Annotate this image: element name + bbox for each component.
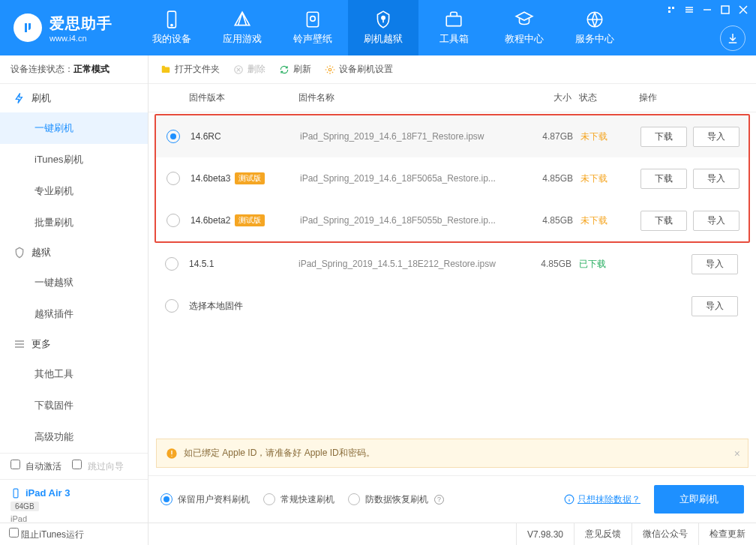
firmware-row[interactable]: 14.6beta2测试版 iPad_Spring_2019_14.6_18F50… xyxy=(156,199,748,241)
feedback-link[interactable]: 意见反馈 xyxy=(574,523,632,545)
app-subtitle: www.i4.cn xyxy=(50,34,112,43)
connection-status: 设备连接状态：正常模式 xyxy=(0,55,148,84)
device-icon xyxy=(10,488,21,499)
import-button[interactable]: 导入 xyxy=(693,127,740,147)
download-button[interactable]: 下载 xyxy=(640,211,687,231)
svg-point-2 xyxy=(171,25,172,26)
col-name: 固件名称 xyxy=(298,91,531,104)
auto-activate-checkbox[interactable]: 自动激活 xyxy=(10,460,62,473)
svg-rect-3 xyxy=(307,12,318,27)
sidebar-item-jb-plugins[interactable]: 越狱插件 xyxy=(0,298,148,330)
device-type: iPad xyxy=(10,514,137,523)
sidebar-item-batch-flash[interactable]: 批量刷机 xyxy=(0,207,148,238)
svg-point-0 xyxy=(20,19,36,36)
main-nav: 我的设备 应用游戏 铃声壁纸 刷机越狱 工具箱 教程中心 服务中心 xyxy=(136,0,658,55)
col-version: 固件版本 xyxy=(189,91,298,104)
main-area: 设备连接状态：正常模式 刷机 一键刷机 iTunes刷机 专业刷机 批量刷机 越… xyxy=(0,55,756,523)
flash-opt-normal[interactable]: 常规快速刷机 xyxy=(263,493,334,506)
nav-flash-jailbreak[interactable]: 刷机越狱 xyxy=(348,0,418,55)
skin-icon[interactable] xyxy=(666,4,676,15)
download-indicator[interactable] xyxy=(720,25,746,51)
warning-icon xyxy=(166,448,178,460)
nav-toolbox[interactable]: 工具箱 xyxy=(418,0,489,55)
firmware-radio[interactable] xyxy=(166,130,180,143)
banner-close-icon[interactable]: × xyxy=(734,448,740,460)
nav-apps[interactable]: 应用游戏 xyxy=(207,0,278,55)
firmware-row[interactable]: 14.6RC iPad_Spring_2019_14.6_18F71_Resto… xyxy=(156,115,748,157)
import-button[interactable]: 导入 xyxy=(693,169,740,189)
sidebar-item-oneclick-flash[interactable]: 一键刷机 xyxy=(0,112,148,144)
svg-rect-6 xyxy=(446,16,461,26)
sidebar-group-jailbreak[interactable]: 越狱 xyxy=(0,238,148,267)
download-button[interactable]: 下载 xyxy=(640,169,687,189)
open-folder-button[interactable]: 打开文件夹 xyxy=(160,63,220,76)
info-icon xyxy=(564,494,574,505)
firmware-list: 14.6RC iPad_Spring_2019_14.6_18F71_Resto… xyxy=(148,112,756,328)
svg-rect-8 xyxy=(722,6,729,13)
col-size: 大小 xyxy=(531,91,579,104)
import-button[interactable]: 导入 xyxy=(692,296,738,316)
device-storage: 64GB xyxy=(10,502,39,511)
device-name: iPad Air 3 xyxy=(26,487,70,499)
flash-options-bar: 保留用户资料刷机 常规快速刷机 防数据恢复刷机? 只想抹除数据？ 立即刷机 xyxy=(148,475,756,523)
col-status: 状态 xyxy=(579,91,639,104)
minimize-icon[interactable] xyxy=(702,4,712,15)
flash-opt-antirecover[interactable]: 防数据恢复刷机? xyxy=(348,493,444,506)
col-action: 操作 xyxy=(639,91,756,104)
local-firmware-row[interactable]: 选择本地固件 导入 xyxy=(154,285,750,327)
sidebar-group-more[interactable]: 更多 xyxy=(0,330,148,358)
window-controls xyxy=(666,4,748,15)
firmware-radio[interactable] xyxy=(166,214,180,227)
firmware-row[interactable]: 14.6beta3测试版 iPad_Spring_2019_14.6_18F50… xyxy=(156,157,748,199)
erase-data-link[interactable]: 只想抹除数据？ xyxy=(564,493,640,506)
appleid-banner: 如已绑定 Apple ID，请准备好 Apple ID和密码。 × xyxy=(156,439,748,468)
maximize-icon[interactable] xyxy=(720,4,730,15)
table-header: 固件版本 固件名称 大小 状态 操作 xyxy=(148,84,756,112)
beta-badge: 测试版 xyxy=(235,172,265,184)
header-right xyxy=(658,0,756,55)
app-title: 爱思助手 xyxy=(50,13,112,34)
toolbar: 打开文件夹 删除 刷新 设备刷机设置 xyxy=(148,55,756,84)
nav-service[interactable]: 服务中心 xyxy=(560,0,630,55)
skip-guide-checkbox[interactable]: 跳过向导 xyxy=(72,460,123,473)
download-button[interactable]: 下载 xyxy=(640,127,687,147)
flash-settings-button[interactable]: 设备刷机设置 xyxy=(325,63,393,76)
wechat-link[interactable]: 微信公众号 xyxy=(632,523,698,545)
svg-point-11 xyxy=(328,68,332,71)
firmware-radio[interactable] xyxy=(166,172,180,185)
version-label[interactable]: V7.98.30 xyxy=(516,523,574,545)
logo-icon xyxy=(14,13,42,42)
svg-rect-9 xyxy=(14,489,18,498)
delete-button[interactable]: 删除 xyxy=(233,63,266,76)
block-itunes-checkbox[interactable]: 阻止iTunes运行 xyxy=(9,528,84,541)
sidebar-item-other-tools[interactable]: 其他工具 xyxy=(0,358,148,390)
nav-my-device[interactable]: 我的设备 xyxy=(136,0,207,55)
import-button[interactable]: 导入 xyxy=(693,211,740,231)
beta-badge: 测试版 xyxy=(235,214,265,226)
refresh-button[interactable]: 刷新 xyxy=(279,63,311,76)
firmware-row[interactable]: 14.5.1 iPad_Spring_2019_14.5.1_18E212_Re… xyxy=(154,243,750,285)
close-icon[interactable] xyxy=(738,4,748,15)
app-header: 爱思助手 www.i4.cn 我的设备 应用游戏 铃声壁纸 刷机越狱 工具箱 教… xyxy=(0,0,756,55)
content: 打开文件夹 删除 刷新 设备刷机设置 固件版本 固件名称 大小 状态 操作 14… xyxy=(148,55,756,523)
sidebar-item-pro-flash[interactable]: 专业刷机 xyxy=(0,175,148,207)
sidebar: 设备连接状态：正常模式 刷机 一键刷机 iTunes刷机 专业刷机 批量刷机 越… xyxy=(0,55,148,523)
logo-area: 爱思助手 www.i4.cn xyxy=(0,0,122,55)
sidebar-item-itunes-flash[interactable]: iTunes刷机 xyxy=(0,144,148,175)
check-update-link[interactable]: 检查更新 xyxy=(698,523,756,545)
nav-ringtones[interactable]: 铃声壁纸 xyxy=(278,0,348,55)
nav-tutorials[interactable]: 教程中心 xyxy=(489,0,560,55)
sidebar-item-oneclick-jb[interactable]: 一键越狱 xyxy=(0,267,148,298)
footer: 阻止iTunes运行 V7.98.30 意见反馈 微信公众号 检查更新 xyxy=(0,523,756,545)
firmware-radio[interactable] xyxy=(165,257,178,271)
sidebar-item-advanced[interactable]: 高级功能 xyxy=(0,421,148,453)
import-button[interactable]: 导入 xyxy=(692,254,738,274)
help-icon[interactable]: ? xyxy=(434,495,444,505)
flash-opt-keep-data[interactable]: 保留用户资料刷机 xyxy=(160,493,250,506)
sidebar-item-download-fw[interactable]: 下载固件 xyxy=(0,390,148,421)
firmware-radio[interactable] xyxy=(165,299,178,313)
sidebar-group-flash[interactable]: 刷机 xyxy=(0,84,148,112)
menu-icon[interactable] xyxy=(684,4,694,15)
flash-now-button[interactable]: 立即刷机 xyxy=(654,485,744,514)
highlighted-group: 14.6RC iPad_Spring_2019_14.6_18F71_Resto… xyxy=(154,114,750,243)
